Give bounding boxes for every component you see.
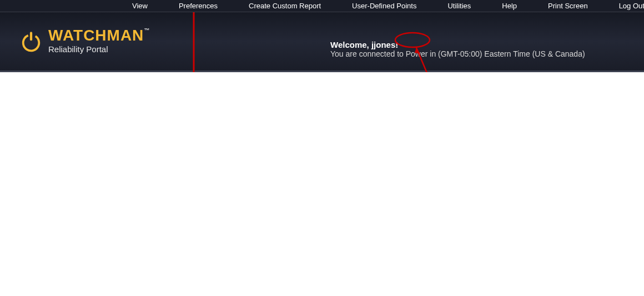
brand-text: WATCHMAN xyxy=(48,27,144,44)
menu-create-custom-report[interactable]: Create Custom Report xyxy=(233,2,336,10)
menu-user-defined-points[interactable]: User-Defined Points xyxy=(336,2,432,10)
power-icon xyxy=(19,30,43,53)
menu-utilities[interactable]: Utilities xyxy=(432,2,486,10)
logo-block: WATCHMAN™ Reliability Portal xyxy=(19,28,150,54)
menu-view[interactable]: View xyxy=(117,2,163,10)
menu-preferences[interactable]: Preferences xyxy=(163,2,233,10)
trademark: ™ xyxy=(144,27,150,33)
welcome-prefix: Welcome, xyxy=(330,40,371,49)
welcome-block: Welcome, jjones! You are connected to Po… xyxy=(330,40,585,58)
header-bar: WATCHMAN™ Reliability Portal Welcome, jj… xyxy=(0,12,644,72)
menu-help[interactable]: Help xyxy=(486,2,532,10)
menu-print-screen[interactable]: Print Screen xyxy=(532,2,603,10)
welcome-username[interactable]: jjones! xyxy=(371,40,398,49)
menu-log-out[interactable]: Log Out xyxy=(603,2,644,10)
svg-rect-1 xyxy=(30,32,32,41)
top-menu-bar: View Preferences Create Custom Report Us… xyxy=(0,0,644,12)
connection-info: You are connected to Power in (GMT-05:00… xyxy=(330,49,585,58)
brand-name: WATCHMAN™ xyxy=(48,28,150,43)
brand-tagline: Reliability Portal xyxy=(48,44,150,54)
welcome-line: Welcome, jjones! xyxy=(330,40,585,49)
